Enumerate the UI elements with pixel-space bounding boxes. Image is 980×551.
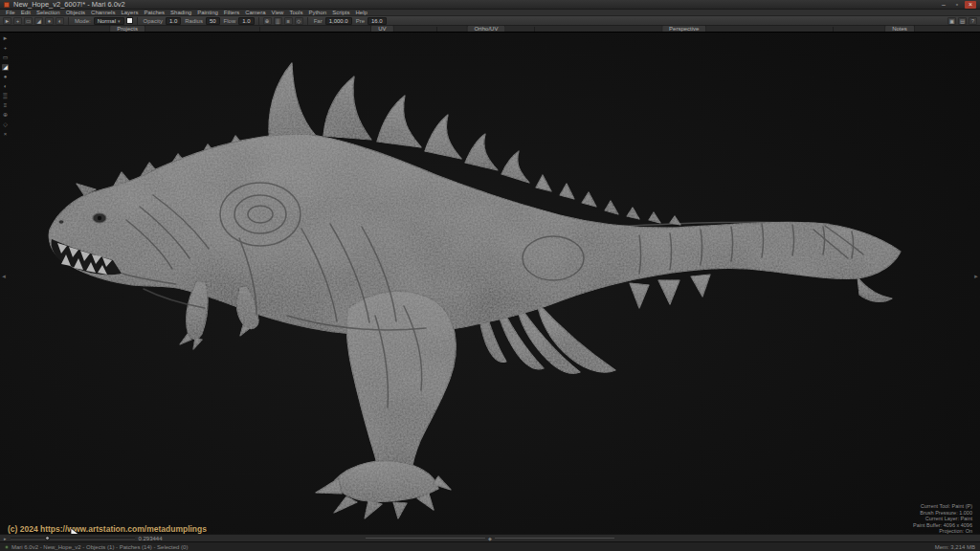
blend-mode-dropdown[interactable]: Normal ▾ bbox=[94, 17, 124, 25]
tab-uv[interactable]: UV bbox=[370, 25, 393, 32]
pre-field[interactable]: 16.0 bbox=[368, 17, 387, 25]
tool-vector-icon[interactable]: ◇ bbox=[3, 121, 8, 128]
menu-painting[interactable]: Painting bbox=[194, 10, 221, 16]
radius-label: Radius bbox=[185, 18, 203, 24]
toolbar-separator bbox=[307, 17, 308, 25]
opacity-field[interactable]: 1.0 bbox=[166, 17, 181, 25]
window-title: New_Hope_v2_6007!* - Mari 6.0v2 bbox=[13, 0, 125, 9]
mari-window: New_Hope_v2_6007!* - Mari 6.0v2 – ▫ × Fi… bbox=[0, 0, 980, 551]
tool-paint-icon[interactable]: ◢ bbox=[2, 64, 9, 71]
panel-collapse-left-icon[interactable]: ◄ bbox=[1, 274, 7, 279]
eraser-tool-icon[interactable]: ● bbox=[45, 17, 54, 25]
tool-blur-icon[interactable]: ⊕ bbox=[3, 112, 8, 119]
viewport-canvas[interactable]: ► + ▭ ◢ ● ◐ ▒ ≡ ⊕ ◇ × ◄ ► Current Tool: … bbox=[0, 33, 980, 534]
tab-ortho-uv[interactable]: Ortho/UV bbox=[466, 25, 505, 32]
splitter-line bbox=[495, 538, 614, 539]
tool-pointer-icon[interactable]: ► bbox=[3, 35, 9, 42]
far-field[interactable]: 1,000.0 bbox=[325, 17, 352, 25]
blur-tool-icon[interactable]: ◐ bbox=[56, 17, 64, 25]
flow-label: Flow bbox=[224, 18, 236, 24]
tab-perspective[interactable]: Perspective bbox=[661, 25, 706, 32]
tab-notes[interactable]: Notes bbox=[884, 25, 915, 32]
titlebar[interactable]: New_Hope_v2_6007!* - Mari 6.0v2 – ▫ × bbox=[0, 0, 980, 10]
chevron-down-icon: ▾ bbox=[118, 18, 121, 24]
projection-icon[interactable]: ⊕ bbox=[263, 17, 272, 25]
slider-track bbox=[11, 538, 135, 540]
creature-3d-model bbox=[0, 33, 980, 534]
tabbar-separator bbox=[259, 27, 260, 32]
menu-layers[interactable]: Layers bbox=[118, 10, 141, 16]
menu-selection[interactable]: Selection bbox=[33, 10, 63, 16]
pointer-tool-icon[interactable]: ► bbox=[3, 17, 11, 25]
viewport-tabbar: Projects UV Ortho/UV Perspective Notes bbox=[0, 26, 980, 33]
layers-icon[interactable]: ≡ bbox=[284, 17, 293, 25]
tool-eyedropper-icon[interactable]: × bbox=[4, 131, 8, 138]
help-icon[interactable]: ? bbox=[969, 17, 977, 25]
menu-patches[interactable]: Patches bbox=[141, 10, 167, 16]
far-label: Far bbox=[314, 18, 323, 24]
splitter-diamond-icon: ◆ bbox=[488, 536, 492, 541]
toolbar-separator bbox=[137, 17, 138, 25]
menu-objects[interactable]: Objects bbox=[63, 10, 88, 16]
menu-channels[interactable]: Channels bbox=[88, 10, 118, 16]
status-left-group: Mari 6.0v2 - New_Hope_v2 - Objects (1) -… bbox=[5, 544, 188, 550]
toolbar-separator bbox=[258, 17, 259, 25]
window-controls: – ▫ × bbox=[938, 1, 976, 9]
tool-gradient-icon[interactable]: ▒ bbox=[3, 93, 7, 99]
mari-app-icon bbox=[4, 2, 10, 8]
blend-mode-value: Normal bbox=[98, 18, 116, 24]
marquee-tool-icon[interactable]: ▭ bbox=[24, 17, 33, 25]
menu-camera[interactable]: Camera bbox=[242, 10, 268, 16]
timeline-slider[interactable] bbox=[11, 535, 135, 542]
mode-label: Mode: bbox=[75, 18, 91, 24]
tool-transform-icon[interactable]: + bbox=[4, 45, 8, 52]
status-bar: Mari 6.0v2 - New_Hope_v2 - Objects (1) -… bbox=[0, 541, 980, 551]
menu-help[interactable]: Help bbox=[352, 10, 369, 16]
paint-tool-icon[interactable]: ◢ bbox=[34, 17, 43, 25]
transform-tool-icon[interactable]: + bbox=[13, 17, 22, 25]
panels-icon[interactable]: ▤ bbox=[958, 17, 967, 25]
tabbar-separator bbox=[534, 27, 535, 32]
menu-shading[interactable]: Shading bbox=[167, 10, 194, 16]
menu-scripts[interactable]: Scripts bbox=[329, 10, 352, 16]
paint-color-swatch[interactable] bbox=[126, 17, 133, 24]
tab-projects[interactable]: Projects bbox=[109, 25, 145, 32]
tool-eraser-icon[interactable]: ● bbox=[4, 74, 8, 80]
opacity-label: Opacity bbox=[144, 18, 163, 24]
status-info-left: Mari 6.0v2 - New_Hope_v2 - Objects (1) -… bbox=[11, 544, 188, 550]
status-info-right: Mem: 3,214 MB bbox=[935, 544, 975, 550]
tools-palette: ► + ▭ ◢ ● ◐ ▒ ≡ ⊕ ◇ × bbox=[0, 35, 11, 138]
tabbar-separator bbox=[833, 27, 834, 32]
tool-marquee-icon[interactable]: ▭ bbox=[3, 55, 9, 61]
close-button[interactable]: × bbox=[965, 1, 976, 9]
tool-clone-icon[interactable]: ◐ bbox=[4, 83, 8, 90]
toolbar-separator bbox=[68, 17, 69, 25]
pre-label: Pre bbox=[356, 18, 365, 24]
tabbar-separator bbox=[436, 27, 437, 32]
slider-handle[interactable] bbox=[45, 536, 50, 540]
slider-value: 0.293444 bbox=[139, 536, 163, 541]
tool-smear-icon[interactable]: ≡ bbox=[4, 102, 8, 109]
splitter-line bbox=[366, 538, 485, 539]
viewport-footer-bar: ▸ 0.293444 ◆ bbox=[0, 534, 980, 541]
radius-field[interactable]: 50 bbox=[206, 17, 220, 25]
menu-python[interactable]: Python bbox=[305, 10, 329, 16]
menu-edit[interactable]: Edit bbox=[18, 10, 33, 16]
menu-tools[interactable]: Tools bbox=[286, 10, 305, 16]
maximize-button[interactable]: ▫ bbox=[951, 1, 963, 9]
menu-view[interactable]: View bbox=[269, 10, 287, 16]
mirror-icon[interactable]: ◇ bbox=[295, 17, 303, 25]
menu-file[interactable]: File bbox=[3, 10, 18, 16]
splitter-ornament[interactable]: ◆ bbox=[366, 536, 614, 541]
hud-stats-block: Current Tool: Paint (P) Brush Pressure: … bbox=[858, 503, 972, 534]
mask-icon[interactable]: ▒ bbox=[274, 17, 282, 25]
fullscreen-icon[interactable]: ▣ bbox=[947, 17, 956, 25]
flow-field[interactable]: 1.0 bbox=[238, 17, 254, 25]
minimize-button[interactable]: – bbox=[938, 1, 949, 9]
menu-filters[interactable]: Filters bbox=[221, 10, 242, 16]
watermark-text: (c) 2024 https://www.artstation.com/meta… bbox=[8, 524, 207, 534]
panel-collapse-right-icon[interactable]: ► bbox=[973, 274, 979, 279]
play-icon[interactable]: ▸ bbox=[4, 535, 7, 542]
status-indicator-dot bbox=[5, 545, 9, 549]
menubar: File Edit Selection Objects Channels Lay… bbox=[0, 10, 980, 16]
